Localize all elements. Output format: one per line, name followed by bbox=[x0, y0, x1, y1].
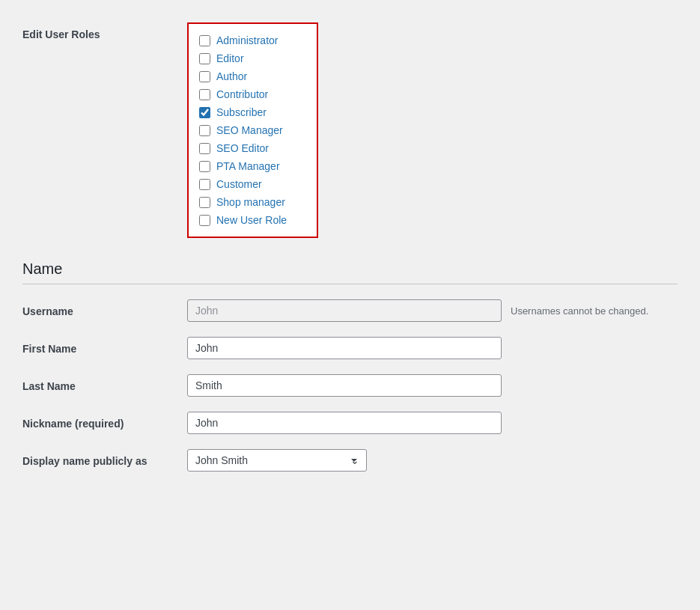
role-item-seo-manager: SEO Manager bbox=[199, 121, 306, 139]
role-checkbox-new-user-role[interactable] bbox=[199, 215, 210, 226]
roles-row: Edit User Roles AdministratorEditorAutho… bbox=[22, 15, 678, 245]
role-label-administrator[interactable]: Administrator bbox=[216, 34, 278, 46]
role-checkbox-seo-editor[interactable] bbox=[199, 143, 210, 154]
role-item-administrator: Administrator bbox=[199, 31, 306, 49]
role-checkbox-customer[interactable] bbox=[199, 179, 210, 190]
role-label-customer[interactable]: Customer bbox=[216, 178, 262, 190]
role-label-new-user-role[interactable]: New User Role bbox=[216, 214, 287, 226]
role-checkbox-pta-manager[interactable] bbox=[199, 161, 210, 172]
role-item-editor: Editor bbox=[199, 49, 306, 67]
role-checkbox-administrator[interactable] bbox=[199, 35, 210, 46]
username-label: Username bbox=[22, 305, 73, 317]
display-name-select[interactable]: John SmithJohnSmithJohn Smith bbox=[187, 449, 367, 472]
role-label-seo-editor[interactable]: SEO Editor bbox=[216, 142, 269, 154]
first-name-row: First Name bbox=[22, 329, 678, 367]
role-item-pta-manager: PTA Manager bbox=[199, 157, 306, 175]
role-item-contributor: Contributor bbox=[199, 85, 306, 103]
role-item-author: Author bbox=[199, 67, 306, 85]
role-checkbox-contributor[interactable] bbox=[199, 89, 210, 100]
form-table: Edit User Roles AdministratorEditorAutho… bbox=[22, 15, 678, 245]
role-label-contributor[interactable]: Contributor bbox=[216, 88, 268, 100]
role-checkbox-subscriber[interactable] bbox=[199, 107, 210, 118]
roles-label: Edit User Roles bbox=[22, 28, 100, 40]
role-checkbox-seo-manager[interactable] bbox=[199, 125, 210, 136]
display-name-label: Display name publicly as bbox=[22, 455, 147, 467]
first-name-label: First Name bbox=[22, 343, 76, 355]
username-field-row: Usernames cannot be changed. bbox=[187, 299, 678, 322]
username-note: Usernames cannot be changed. bbox=[511, 305, 648, 317]
role-checkbox-editor[interactable] bbox=[199, 53, 210, 64]
role-item-shop-manager: Shop manager bbox=[199, 193, 306, 211]
last-name-label: Last Name bbox=[22, 380, 76, 392]
nickname-label: Nickname (required) bbox=[22, 418, 124, 430]
role-checkbox-author[interactable] bbox=[199, 71, 210, 82]
display-name-row: Display name publicly as John SmithJohnS… bbox=[22, 442, 678, 479]
username-input[interactable] bbox=[187, 299, 502, 322]
nickname-input[interactable] bbox=[187, 412, 502, 434]
name-form-table: Username Usernames cannot be changed. Fi… bbox=[22, 292, 678, 479]
role-label-shop-manager[interactable]: Shop manager bbox=[216, 196, 285, 208]
role-label-editor[interactable]: Editor bbox=[216, 52, 244, 64]
username-row: Username Usernames cannot be changed. bbox=[22, 292, 678, 329]
first-name-input[interactable] bbox=[187, 337, 502, 359]
role-item-seo-editor: SEO Editor bbox=[199, 139, 306, 157]
role-checkbox-shop-manager[interactable] bbox=[199, 197, 210, 208]
roles-box: AdministratorEditorAuthorContributorSubs… bbox=[187, 22, 318, 238]
role-label-seo-manager[interactable]: SEO Manager bbox=[216, 124, 283, 136]
role-item-new-user-role: New User Role bbox=[199, 211, 306, 229]
role-label-subscriber[interactable]: Subscriber bbox=[216, 106, 267, 118]
role-label-author[interactable]: Author bbox=[216, 70, 247, 82]
name-section-heading: Name bbox=[22, 260, 678, 284]
last-name-input[interactable] bbox=[187, 374, 502, 397]
role-item-subscriber: Subscriber bbox=[199, 103, 306, 121]
last-name-row: Last Name bbox=[22, 367, 678, 404]
nickname-row: Nickname (required) bbox=[22, 404, 678, 442]
role-label-pta-manager[interactable]: PTA Manager bbox=[216, 160, 280, 172]
display-name-select-wrapper: John SmithJohnSmithJohn Smith ⌄ bbox=[187, 449, 367, 472]
role-item-customer: Customer bbox=[199, 175, 306, 193]
